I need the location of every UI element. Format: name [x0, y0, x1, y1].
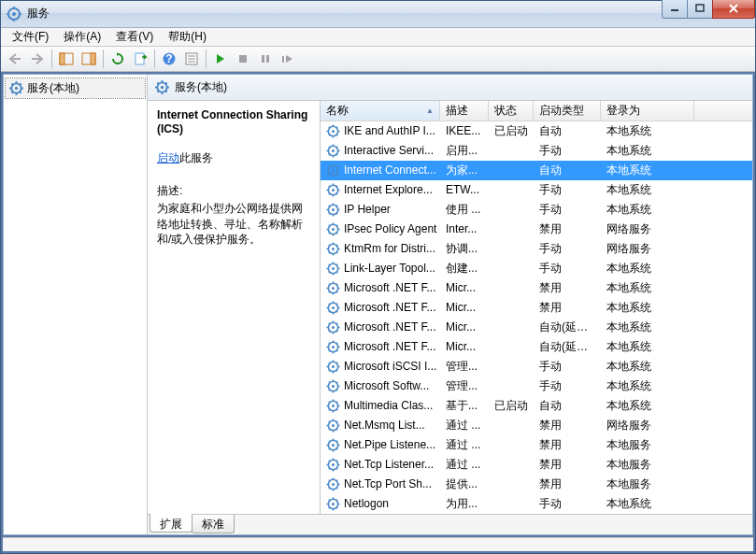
svg-line-184 [329, 389, 330, 390]
column-startup-type[interactable]: 启动类型 [534, 101, 601, 121]
list-rows: IKE and AuthIP I...IKEE...已启动自动本地系统Inter… [321, 121, 752, 514]
menu-view[interactable]: 查看(V) [108, 27, 161, 47]
cell-log-on-as: 网络服务 [601, 221, 694, 237]
svg-line-71 [329, 165, 330, 166]
service-row[interactable]: KtmRm for Distri...协调...手动网络服务 [321, 239, 752, 259]
svg-line-154 [329, 330, 330, 331]
forward-button[interactable] [27, 49, 48, 69]
service-row[interactable]: Link-Layer Topol...创建...手动本地系统 [321, 259, 752, 278]
menu-help[interactable]: 帮助(H) [161, 27, 214, 47]
cell-name: Internet Connect... [321, 163, 440, 178]
service-row[interactable]: Microsoft .NET F...Micr...禁用本地系统 [321, 278, 752, 298]
cell-description: 通过 ... [440, 437, 489, 453]
svg-line-92 [336, 212, 337, 213]
service-row[interactable]: IP Helper使用 ...手动本地系统 [321, 200, 752, 220]
export-button[interactable] [130, 49, 150, 69]
service-row[interactable]: Microsoft .NET F...Micr...自动(延迟...本地系统 [321, 318, 752, 337]
service-row[interactable]: Net.Tcp Listener...通过 ...禁用本地服务 [321, 455, 752, 475]
restart-service-button[interactable] [278, 49, 298, 69]
content-header-title: 服务(本地) [175, 79, 227, 95]
cell-startup-type: 自动 [534, 163, 601, 178]
refresh-button[interactable] [107, 49, 128, 69]
column-description[interactable]: 描述 [440, 101, 489, 121]
svg-line-124 [329, 271, 330, 272]
cell-description: 协调... [440, 241, 489, 257]
service-row[interactable]: Net.Tcp Port Sh...提供...禁用本地服务 [321, 475, 752, 494]
cell-description: Micr... [440, 281, 489, 294]
start-service-link[interactable]: 启动 [157, 151, 179, 164]
start-service-button[interactable] [210, 49, 231, 69]
menu-action[interactable]: 操作(A) [56, 27, 108, 47]
cell-name: Microsoft .NET F... [321, 320, 440, 334]
svg-line-81 [329, 185, 330, 186]
menu-file[interactable]: 文件(F) [5, 27, 56, 47]
show-hide-action-button[interactable] [78, 49, 99, 69]
svg-line-73 [336, 165, 337, 166]
svg-line-173 [336, 362, 337, 362]
back-button[interactable] [5, 49, 25, 69]
svg-line-103 [336, 224, 337, 225]
help-button[interactable]: ? [159, 49, 179, 69]
svg-line-183 [336, 381, 337, 382]
svg-point-1 [12, 12, 16, 16]
close-button[interactable] [712, 0, 755, 19]
tab-extended[interactable]: 扩展 [150, 514, 193, 533]
svg-line-53 [336, 126, 337, 127]
svg-point-226 [332, 483, 335, 486]
column-log-on-as[interactable]: 登录为 [601, 101, 694, 121]
gear-icon [326, 203, 340, 217]
service-row[interactable]: IPsec Policy AgentInter...禁用网络服务 [321, 220, 752, 239]
svg-point-136 [332, 306, 335, 309]
service-row[interactable]: Interactive Servi...启用...手动本地系统 [321, 141, 752, 161]
tree-node-label: 服务(本地) [27, 80, 79, 96]
tab-standard[interactable]: 标准 [192, 515, 235, 533]
gear-icon [155, 80, 169, 94]
service-row[interactable]: IKE and AuthIP I...IKEE...已启动自动本地系统 [321, 121, 752, 141]
service-row[interactable]: Microsoft Softw...管理...手动本地系统 [321, 376, 752, 396]
service-row[interactable]: Microsoft iSCSI I...管理...手动本地系统 [321, 357, 752, 376]
pause-service-button[interactable] [255, 49, 276, 69]
cell-name: Internet Explore... [321, 183, 440, 197]
properties-button[interactable] [181, 49, 202, 69]
service-row[interactable]: Microsoft .NET F...Micr...禁用本地系统 [321, 298, 752, 318]
toolbar-separator [51, 50, 52, 68]
service-row[interactable]: Multimedia Clas...基于...已启动自动本地系统 [321, 396, 752, 416]
cell-log-on-as: 本地系统 [601, 339, 694, 355]
show-hide-tree-button[interactable] [56, 49, 77, 69]
minimize-button[interactable] [662, 0, 688, 19]
cell-startup-type: 手动 [534, 359, 601, 375]
toolbar-separator [154, 50, 155, 68]
tree-node-services-local[interactable]: 服务(本地) [6, 78, 145, 98]
cell-description: Micr... [440, 320, 489, 334]
svg-line-222 [336, 467, 337, 468]
cell-startup-type: 自动(延迟... [534, 320, 601, 335]
cell-log-on-as: 本地系统 [601, 398, 694, 414]
toolbar-separator [206, 50, 207, 68]
cell-name: Net.Msmq List... [321, 419, 440, 433]
content-header: 服务(本地) [148, 75, 752, 101]
detail-pane: Internet Connection Sharing (ICS) 启动此服务 … [148, 101, 321, 514]
gear-icon [326, 124, 340, 138]
service-row[interactable]: Internet Connect...为家...自动本地系统 [321, 161, 752, 180]
svg-rect-23 [266, 55, 269, 63]
column-status[interactable]: 状态 [489, 101, 534, 121]
column-name[interactable]: 名称▲ [321, 101, 440, 121]
service-row[interactable]: Microsoft .NET F...Micr...自动(延迟...本地系统 [321, 337, 752, 357]
service-row[interactable]: Net.Pipe Listene...通过 ...禁用本地服务 [321, 435, 752, 455]
svg-line-204 [329, 428, 330, 429]
cell-log-on-as: 本地服务 [601, 457, 694, 473]
svg-line-91 [329, 205, 330, 206]
service-row[interactable]: Net.Msmq List...通过 ...禁用网络服务 [321, 416, 752, 435]
svg-line-144 [329, 310, 330, 311]
cell-description: IKEE... [440, 124, 489, 137]
status-bar [3, 537, 753, 551]
maximize-button[interactable] [687, 0, 713, 19]
gear-icon [326, 419, 340, 433]
service-row[interactable]: Internet Explore...ETW...手动本地系统 [321, 180, 752, 200]
svg-line-182 [336, 389, 337, 390]
stop-service-button[interactable] [233, 49, 253, 69]
svg-line-221 [329, 460, 330, 461]
service-row[interactable]: Netlogon为用...手动本地系统 [321, 494, 752, 514]
svg-line-162 [336, 349, 337, 350]
cell-description: 创建... [440, 261, 489, 277]
